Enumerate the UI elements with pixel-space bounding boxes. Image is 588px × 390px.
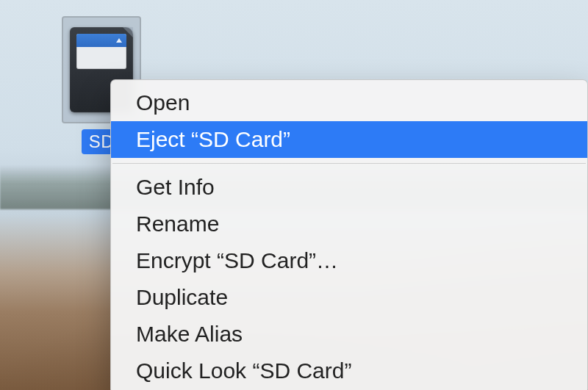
menu-item-encrypt[interactable]: Encrypt “SD Card”… <box>111 242 587 279</box>
menu-item-rename[interactable]: Rename <box>111 206 587 242</box>
menu-item-make-alias[interactable]: Make Alias <box>111 316 587 353</box>
context-menu: Open Eject “SD Card” Get Info Rename Enc… <box>110 79 588 390</box>
menu-item-get-info[interactable]: Get Info <box>111 169 587 206</box>
menu-item-eject[interactable]: Eject “SD Card” <box>111 121 587 158</box>
menu-separator <box>112 163 586 164</box>
menu-item-quick-look[interactable]: Quick Look “SD Card” <box>111 353 587 389</box>
menu-item-open[interactable]: Open <box>111 84 587 121</box>
menu-item-duplicate[interactable]: Duplicate <box>111 279 587 316</box>
up-arrow-icon <box>116 38 122 43</box>
